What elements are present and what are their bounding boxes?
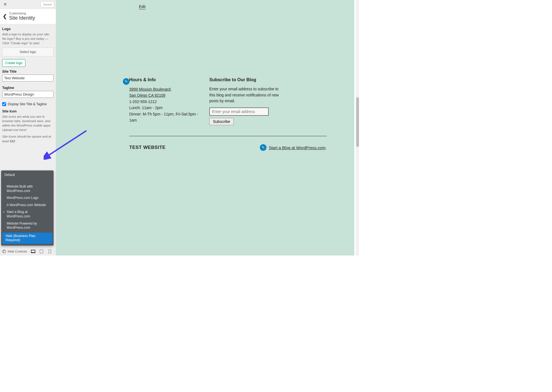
address-line1-link[interactable]: 3999 Mission Boulevard, xyxy=(129,87,171,91)
logo-help: Add a logo to display on your site. No l… xyxy=(2,32,54,45)
dropdown-item[interactable]: WordPress.com Logo xyxy=(1,194,54,202)
hide-controls-button[interactable]: ◀ Hide Controls xyxy=(2,249,27,253)
dropdown-item[interactable]: A WordPress.com Website xyxy=(1,202,54,209)
collapse-icon: ◀ xyxy=(2,249,6,253)
dropdown-item[interactable]: Website Powered by WordPress.com xyxy=(1,220,54,231)
vertical-scrollbar[interactable] xyxy=(356,0,359,256)
create-logo-button[interactable]: Create logo xyxy=(2,59,25,67)
dropdown-item-hide[interactable]: Hide (Business Plan Required) xyxy=(2,233,52,244)
site-title-label: Site Title xyxy=(2,70,54,73)
subscribe-button[interactable]: Subscribe xyxy=(209,118,234,125)
sidebar-topbar: ✕ Saved xyxy=(0,0,56,9)
footer-credit-link[interactable]: Start a Blog at WordPress.com xyxy=(269,145,326,150)
close-icon[interactable]: ✕ xyxy=(2,1,9,8)
section-header: ❮ Customizing Site Identity xyxy=(0,9,56,24)
dinner-text: Dinner: M-Th 5pm - 11pm, Fri-Sat:5pm - 1… xyxy=(129,111,198,123)
footer-divider xyxy=(129,136,327,136)
footer-credit-dropdown[interactable]: Default Website Built with WordPress.com… xyxy=(1,170,54,246)
display-title-label: Display Site Title & Tagline xyxy=(8,102,47,106)
scrollbar-thumb[interactable] xyxy=(356,97,359,147)
subscribe-title: Subscribe to Our Blog xyxy=(209,77,281,82)
hours-title: Hours & Info xyxy=(129,77,198,82)
pencil-icon[interactable]: ✎ xyxy=(123,78,130,85)
logo-heading: Logo xyxy=(2,27,54,31)
display-title-checkbox[interactable] xyxy=(2,102,6,106)
lunch-text: Lunch: 11am - 2pm xyxy=(129,105,198,111)
sidebar-bottom-bar: ◀ Hide Controls xyxy=(0,247,56,256)
address-line2-link[interactable]: San Diego CA 92109 xyxy=(129,93,165,98)
dropdown-item[interactable]: Website Built with WordPress.com xyxy=(1,183,54,194)
desktop-icon[interactable] xyxy=(31,249,35,253)
footer-row: TEST WEBSITE ✎ Start a Blog at WordPress… xyxy=(129,144,327,151)
subscribe-desc: Enter your email address to subscribe to… xyxy=(209,86,281,104)
mobile-icon[interactable] xyxy=(47,249,52,253)
subscribe-widget: Subscribe to Our Blog Enter your email a… xyxy=(209,77,281,125)
dropdown-item-checked[interactable]: Start a Blog at WordPress.com xyxy=(1,209,54,220)
site-title-input[interactable] xyxy=(2,75,54,81)
site-icon-heading: Site Icon xyxy=(2,109,54,113)
site-preview: Edit ✎ Hours & Info 3999 Mission Bouleva… xyxy=(56,0,354,256)
select-logo-button[interactable]: Select logo xyxy=(2,48,54,56)
site-icon-help1: Site Icons are what you see in browser t… xyxy=(2,114,54,132)
pencil-icon[interactable]: ✎ xyxy=(260,144,266,151)
tagline-label: Tagline xyxy=(2,86,54,90)
dropdown-item-default[interactable]: Default xyxy=(1,172,54,179)
hide-controls-label: Hide Controls xyxy=(8,250,27,253)
phone-text: 1-202-555-1212 xyxy=(129,99,198,105)
tagline-input[interactable] xyxy=(2,91,54,98)
subscribe-email-input[interactable] xyxy=(209,107,269,116)
edit-shortcut[interactable]: Edit xyxy=(139,4,146,9)
saved-button[interactable]: Saved xyxy=(41,1,54,7)
footer-site-name: TEST WEBSITE xyxy=(129,145,166,150)
section-eyebrow: Customizing xyxy=(9,12,35,15)
hours-info-widget: Hours & Info 3999 Mission Boulevard, San… xyxy=(129,77,198,125)
footer-period: . xyxy=(326,145,327,150)
tablet-icon[interactable] xyxy=(39,249,44,253)
customizer-sidebar: ✕ Saved ❮ Customizing Site Identity Logo… xyxy=(0,0,56,256)
chevron-left-icon[interactable]: ❮ xyxy=(2,13,9,19)
preview-wrap: Edit ✎ Hours & Info 3999 Mission Bouleva… xyxy=(56,0,360,256)
site-icon-help2: Site Icons should be square and at least… xyxy=(2,134,54,143)
section-title: Site Identity xyxy=(9,15,35,21)
